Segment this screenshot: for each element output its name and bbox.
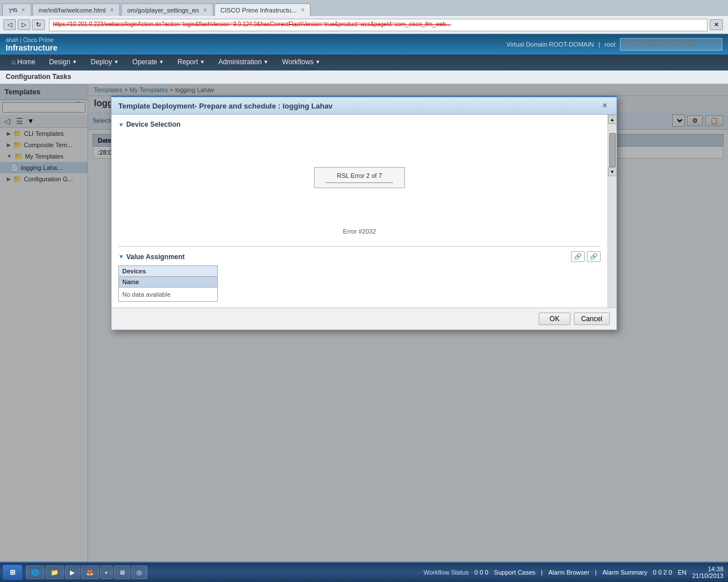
workflow-counts: 0 0 0: [474, 569, 488, 576]
nav-administration[interactable]: Administration ▼: [212, 56, 275, 68]
taskbar-chrome[interactable]: ◎: [131, 566, 147, 579]
language: EN: [678, 569, 686, 576]
nav-operate-label: Operate: [133, 58, 157, 66]
stop-button[interactable]: ✕: [710, 19, 723, 30]
tab-4-label: CISCO Prime Infrastructu...: [221, 7, 297, 14]
tab-4-close[interactable]: ×: [301, 7, 304, 13]
nav-workflows-label: Workflows: [282, 58, 313, 66]
modal-scrollbar[interactable]: ▲ ▼: [607, 115, 617, 307]
alarm-summary: Alarm Summary: [602, 569, 647, 576]
domain-label: Virtual Domain ROOT-DOMAIN: [506, 41, 594, 48]
address-text: https://10.201.0.223/webacs/loginAction.…: [53, 21, 451, 27]
time: 14:38: [692, 566, 723, 572]
devices-header: Devices: [119, 266, 217, 276]
nav-administration-label: Administration: [218, 58, 262, 66]
modal-body: ▼ Device Selection RSL Error 2 of 7 Erro…: [111, 115, 617, 307]
taskbar-firefox[interactable]: 🦊: [81, 566, 99, 579]
device-selection-header: ▼ Device Selection: [118, 120, 601, 128]
scrollbar-thumb[interactable]: [609, 133, 616, 167]
nav-design-label: Design: [49, 58, 70, 66]
refresh-button[interactable]: ↻: [32, 19, 45, 30]
user-label: root: [605, 41, 615, 48]
devices-panel: Devices Name No data available: [118, 265, 218, 302]
report-arrow-icon: ▼: [200, 59, 205, 65]
home-icon: ⌂: [11, 58, 15, 66]
tab-4[interactable]: CISCO Prime Infrastructu... ×: [214, 3, 311, 16]
taskbar-items: 🌐 📁 ▶ 🦊 ▪ 🖥 ◎: [26, 566, 147, 579]
support-cases: Support Cases: [494, 569, 536, 576]
taskbar-terminal[interactable]: ▪: [100, 566, 113, 579]
separator: |: [598, 41, 600, 48]
terminal-icon: ▪: [105, 569, 107, 576]
device-selection-label: Device Selection: [126, 120, 180, 128]
media-icon: ▶: [70, 569, 75, 576]
taskbar: ⊞ 🌐 📁 ▶ 🦊 ▪ 🖥 ◎ Workflow Status 0 0 0 Su…: [0, 562, 728, 582]
alarm-browser: Alarm Browser: [548, 569, 589, 576]
nav-design[interactable]: Design ▼: [42, 56, 84, 68]
nav-operate[interactable]: Operate ▼: [126, 56, 171, 68]
app-name: Infrastructure: [6, 43, 57, 52]
back-button[interactable]: ◁: [3, 19, 16, 30]
alarm-counts: 0 0 2 0: [653, 569, 672, 576]
app-logo: ahah | Cisco Prime Infrastructure: [6, 37, 62, 52]
taskbar-ie[interactable]: 🌐: [26, 566, 44, 579]
nav-deploy[interactable]: Deploy ▼: [84, 56, 126, 68]
modal-title: Template Deployment- Prepare and schedul…: [118, 102, 333, 110]
scrollbar-up-icon[interactable]: ▲: [608, 115, 617, 124]
ok-button[interactable]: OK: [539, 313, 570, 325]
modal-overlay: Template Deployment- Prepare and schedul…: [0, 84, 728, 562]
tab-3[interactable]: om/go/player_settings_en ×: [121, 3, 213, 16]
remote-icon: 🖥: [119, 569, 125, 576]
config-tasks-label: Configuration Tasks: [6, 73, 71, 81]
date: 21/10/2013: [692, 572, 723, 579]
tab-1-label: מיץ: [9, 6, 17, 14]
address-bar[interactable]: https://10.201.0.223/webacs/loginAction.…: [49, 19, 708, 31]
tab-2-label: me/intl/he/welcome.html: [39, 7, 106, 14]
error-box-title: RSL Error 2 of 7: [326, 172, 393, 179]
nav-workflows[interactable]: Workflows ▼: [275, 56, 327, 68]
error-box: RSL Error 2 of 7: [314, 167, 405, 188]
design-arrow-icon: ▼: [72, 59, 77, 65]
tab-3-label: om/go/player_settings_en: [127, 7, 199, 14]
explorer-icon: 📁: [51, 569, 59, 576]
tab-1[interactable]: מיץ ×: [2, 3, 31, 16]
search-input[interactable]: [620, 38, 722, 51]
value-section: ▼ Value Assignment 🔗 🔗 Devices Name N: [118, 246, 601, 302]
modal-scroll: ▼ Device Selection RSL Error 2 of 7 Erro…: [111, 115, 607, 307]
operate-arrow-icon: ▼: [159, 59, 164, 65]
scrollbar-down-icon[interactable]: ▼: [608, 167, 617, 176]
nav-report-label: Report: [177, 58, 198, 66]
taskbar-explorer[interactable]: 📁: [46, 566, 64, 579]
firefox-icon: 🦊: [86, 569, 94, 576]
value-icon-btn1[interactable]: 🔗: [571, 251, 585, 262]
workflows-arrow-icon: ▼: [315, 59, 320, 65]
workflow-status: Workflow Status: [424, 569, 469, 576]
brand-name: ahah | Cisco Prime: [6, 37, 57, 43]
taskbar-remote[interactable]: 🖥: [114, 566, 130, 579]
ie-icon: 🌐: [31, 569, 39, 576]
tab-2[interactable]: me/intl/he/welcome.html ×: [32, 3, 120, 16]
taskbar-sep2: |: [595, 569, 597, 576]
forward-button[interactable]: ▷: [18, 19, 30, 30]
cancel-button[interactable]: Cancel: [574, 313, 610, 325]
name-col-header: Name: [119, 276, 217, 288]
taskbar-media[interactable]: ▶: [65, 566, 80, 579]
chrome-icon: ◎: [136, 569, 142, 576]
taskbar-right: Workflow Status 0 0 0 Support Cases | Al…: [424, 566, 728, 579]
nav-deploy-label: Deploy: [91, 58, 112, 66]
value-icon-btn2[interactable]: 🔗: [587, 251, 601, 262]
modal-dialog: Template Deployment- Prepare and schedul…: [111, 95, 617, 330]
nav-report[interactable]: Report ▼: [171, 56, 212, 68]
config-tasks-header: Configuration Tasks: [0, 70, 728, 84]
start-button[interactable]: ⊞: [2, 564, 23, 580]
modal-footer: OK Cancel: [111, 307, 617, 330]
modal-close-button[interactable]: ×: [600, 101, 610, 111]
tab-3-close[interactable]: ×: [204, 7, 207, 13]
nav-home[interactable]: ⌂ Home: [5, 56, 42, 68]
tab-2-close[interactable]: ×: [110, 7, 114, 13]
error-box-bar: [326, 182, 393, 183]
error-box-container: RSL Error 2 of 7: [118, 133, 601, 211]
header-right: Virtual Domain ROOT-DOMAIN | root: [506, 38, 722, 51]
tab-1-close[interactable]: ×: [22, 7, 25, 13]
value-assignment-label: Value Assignment: [126, 253, 185, 261]
